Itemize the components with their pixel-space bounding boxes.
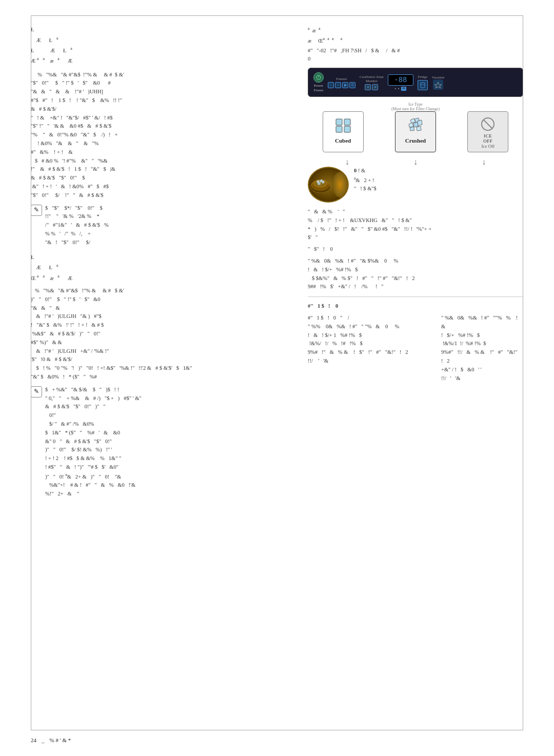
section1-icon-line3: /" #"1&" ' & # $ &'$ % [45, 221, 109, 230]
section1-body-line15: "$" 0!" $/ !" " & # $ &'$ [31, 191, 292, 200]
right-text-b1-l2: % / $ !" ! + ! &UXVKHG &" " ! $ &" [308, 216, 523, 225]
right-s2-left-l5: 9%# !" & % & ! $" !" #" "&!" ! 2 [308, 348, 438, 357]
right-text-b1-l3: * ) % / $! !" &" " $" &0 #$ "&" !!/ ! '%… [308, 225, 523, 234]
right-s2-left-l6: !!/ ' '& [308, 357, 438, 366]
vacation-label: Vacation [432, 75, 445, 79]
right-s2-left-l2: " %% 0& %& ! #" " "% & 0 % [308, 323, 438, 331]
fridge-icon[interactable] [418, 80, 428, 90]
right-s2-left: #" 1 $ ! 0 " / " %% 0& %& ! #" " "% & 0 … [308, 314, 438, 366]
right-s2-right-l1: " %& 0& %& ! #" ""% % ! & [441, 314, 523, 331]
freezer-btn-minus[interactable]: − [328, 82, 334, 88]
vacation-icon[interactable] [433, 79, 443, 90]
freezer-btn-4[interactable]: ☰ [349, 82, 355, 88]
section1-ae2: Æ [31, 58, 35, 64]
right-text-zero-line: " $" ! 0 [308, 245, 523, 254]
right-col-header: a æ a æ Œa a a a #" "-02 !"# ,FH 7\SH / … [308, 26, 523, 64]
section2-title-row: Æ Ł a [31, 263, 292, 272]
section1-ae4: Æ [68, 58, 72, 64]
ice-type-section: Cubed Crushed [308, 111, 523, 152]
right-b2-l4: 9## !% $' +&" / ! /% ! " [308, 283, 523, 291]
left-column: Ł Æ Ł a Ł Æ Ł a Æ [31, 26, 292, 502]
section2-icon-line12: %&"+! # & ! #" " & % &0 !'& [45, 481, 142, 490]
cubed-icon [334, 115, 352, 136]
section2-line9: '$" !0 & # $ &'$/ [31, 355, 292, 364]
ice-btn-crushed[interactable]: Crushed [395, 111, 436, 152]
right-text-block1: " & & % ' " % / $ !" ! + ! &UXVKHG &" " … [308, 208, 523, 242]
section1-body-line1: % "%& "& #"&$ !"% & & # $ &' [31, 71, 292, 79]
ice-btn-cubed[interactable]: Cubed [323, 111, 364, 152]
dispense-number: 0 ! & [354, 167, 523, 175]
page-border-bottom [31, 730, 523, 730]
cubed-label: Cubed [335, 137, 351, 144]
section1-icon-line4: % % ' /" % /, + [45, 230, 109, 238]
section2-line6: %&$" & # $ &'$/ )" " 0!" [31, 330, 292, 339]
section2-line3: "& & " & [31, 304, 292, 313]
svg-marker-10 [409, 123, 413, 127]
cool-zone-btn2[interactable]: ❄ [372, 84, 378, 90]
section2-line5: ! "&" $ &% !' !" ! + ! & # $ [31, 321, 292, 330]
ice-arrows: ↓ ↓ ↓ [308, 157, 523, 167]
section2-header: Ł Æ Ł a Œ a a æ a Æ [31, 253, 292, 283]
footer-symbol-text: % # ' & * [50, 737, 71, 743]
section1-body-line10: #" &% ! + ! & [31, 148, 292, 157]
section2-ae2: æ [50, 275, 53, 281]
cool-zone-buttons: ❄ ❄ [365, 84, 378, 90]
section1-body-line9: ! &0% "& & " & "% [31, 140, 292, 148]
ice-off-sub: Ice Off [482, 144, 495, 149]
right-s2-right-l3: !&%/1 !/ %# !% $ [441, 340, 523, 348]
section1-subtitle-row: Ł Æ Ł a [31, 46, 292, 55]
freezer-btn-plus[interactable]: + [335, 82, 341, 88]
filter-change-note: Ice Type(Must turn Ice Filter Change) [308, 102, 523, 111]
right-s2-right-l4: 9%#" !!/ & % & !" #" "&!" ! 2 [441, 348, 523, 366]
right-s2-header: #" 1 $ ! 0 [308, 302, 523, 311]
freezer-label: Freezer [337, 77, 347, 81]
right-header-subtitle: #" "-02 !"# ,FH 7\SH / $ & / & # [308, 47, 523, 55]
power-freeze-label: PowerFreeze [314, 84, 324, 92]
section1-sub-ae: Æ [50, 48, 55, 53]
section1-title-l: Ł [49, 37, 52, 43]
svg-rect-4 [336, 119, 342, 125]
section1-icon-line5: "& ! "$" 0!" $/ [45, 238, 109, 247]
right-second-section: #" 1 $ ! 0 [308, 302, 523, 311]
right-header-top: a æ a [308, 26, 523, 35]
ice-arrow-2: ↓ [413, 157, 418, 167]
section2-line10: $ ! % "0 "% '! )" "0! ! +! &$" '%& !" !!… [31, 364, 292, 373]
dispense-area: 0 ! & a& 2 + ! " ! $ &"$ [308, 167, 523, 203]
section1-body: % "%& "& #"&$ !"% & & # $ &' "$" 0!" $ "… [31, 71, 292, 200]
right-header-oe-row: æ Œa a a a [308, 36, 523, 45]
right-s2-left-l1: #" 1 $ ! 0 " / [308, 314, 438, 323]
crushed-icon [406, 115, 425, 136]
section2-icon-line13: %!" 2+ & " [45, 490, 142, 499]
section2-icon-block: ✎ $ + %&" "& $/& $ " )$ ! ! " 0," " + %&… [31, 386, 292, 499]
section1-icon-block: ✎ $ "$" $*/ "$" 0!" $ !!" " '& % '2& % *… [31, 204, 292, 247]
section2-subtitle-row: Œ a a æ a Æ [31, 273, 292, 283]
section2-line2: )" " 0!" $ " !" $ ' $" &0 [31, 295, 292, 304]
right-b2-l3: $ $&%" & % $" ! #" " !" #" "&!" ! 2 [308, 274, 523, 283]
section1-icon-line1: $ "$" $*/ "$" 0!" $ [45, 204, 109, 213]
right-s2-left-l3: ! & ! $/+ 1 %# !% $ [308, 331, 438, 340]
power-freeze-icon[interactable] [313, 72, 324, 83]
section1-title-ae: Æ [36, 37, 41, 43]
ice-off-top: ICE [484, 133, 492, 138]
temp-display-main: -88 [388, 74, 413, 86]
freezer-btn-3[interactable]: ▶ [342, 82, 348, 88]
section1-bullet-icon: ✎ [31, 205, 42, 216]
svg-rect-2 [421, 83, 425, 88]
page-number: 24 [31, 737, 36, 743]
vacation-section: Vacation [432, 75, 445, 90]
right-text-b1-l1: " & & % ' " [308, 208, 523, 216]
section2-icon-line3: & # $ &'$ "$" 0!" )" " [45, 403, 142, 411]
section2-symbol-top: Ł [31, 253, 292, 262]
page-border-top [31, 15, 523, 16]
content-wrapper: Ł Æ Ł a Ł Æ Ł a Æ [31, 26, 523, 502]
cool-zone-btn1[interactable]: ❄ [365, 84, 371, 90]
right-b2-l2: ! & ! $/+ %# !% $ [308, 266, 523, 274]
section2-line8: & !"# ' )ULGJH +&" / '%& !" [31, 347, 292, 356]
ice-btn-ice-off[interactable]: ICE OFF Ice Off [467, 111, 508, 152]
section2-title-l: Ł [49, 265, 52, 270]
ice-arrow-1: ↓ [345, 157, 349, 167]
section2-oe: Œ [31, 275, 35, 281]
ice-arrow-3: ↓ [482, 157, 486, 167]
section1-body-line14: &" ! + ! ' & ! &0% #" $ #$ [31, 183, 292, 191]
section1-sub-sup: a [70, 46, 72, 51]
